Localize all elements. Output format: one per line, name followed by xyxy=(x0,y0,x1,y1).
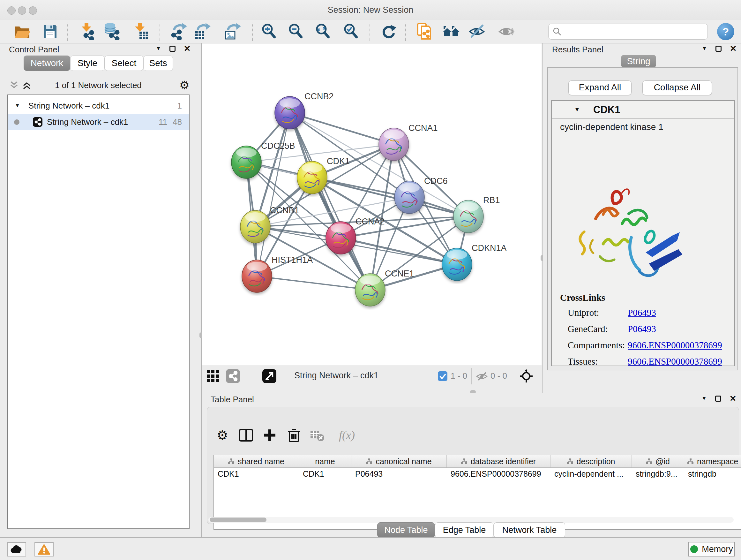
grid-view-icon[interactable] xyxy=(206,370,219,382)
crosslink-value-link[interactable]: P06493 xyxy=(628,307,656,318)
clone-network-icon[interactable] xyxy=(415,22,433,40)
table-horizontal-scrollbar[interactable] xyxy=(208,517,734,523)
node-CDKN1A[interactable]: CDKN1A xyxy=(442,243,507,281)
mapped-column-icon xyxy=(567,458,574,464)
tab-network[interactable]: Network xyxy=(23,56,70,71)
tab-node-table[interactable]: Node Table xyxy=(377,522,435,538)
node-CCNE1[interactable]: CCNE1 xyxy=(355,269,414,306)
control-panel-close-icon[interactable]: ✕ xyxy=(184,45,191,52)
node-CDC6[interactable]: CDC6 xyxy=(394,176,448,213)
cell-database-identifier[interactable]: 9606.ENSP00000378699 xyxy=(447,468,550,480)
delete-table-icon[interactable] xyxy=(309,427,325,443)
zoom-selected-icon[interactable] xyxy=(342,22,360,40)
first-neighbors-icon[interactable] xyxy=(442,22,460,40)
control-panel-title: Control Panel xyxy=(9,45,59,55)
column-header-canonical-name[interactable]: canonical name xyxy=(351,455,447,468)
edge-CCNA2-CDKN1A[interactable] xyxy=(341,238,457,264)
control-panel-float-icon[interactable] xyxy=(170,46,176,52)
node-CCNA1[interactable]: CCNA1 xyxy=(379,123,438,161)
node-CCNB1[interactable]: CCNB1 xyxy=(240,206,299,243)
control-panel: Control Panel ▼ ✕ NetworkStyleSelectSets… xyxy=(0,44,201,537)
export-network-icon[interactable] xyxy=(170,22,188,40)
import-table-icon[interactable] xyxy=(131,22,149,40)
import-network-from-database-icon[interactable] xyxy=(103,22,120,40)
table-panel-float-icon[interactable] xyxy=(715,395,721,401)
cell-shared-name[interactable]: CDK1 xyxy=(214,468,299,480)
edge-CCNB2-HIST1H1A[interactable] xyxy=(257,113,290,276)
node-HIST1H1A[interactable]: HIST1H1A xyxy=(242,255,313,293)
show-columns-icon[interactable] xyxy=(238,427,254,443)
export-table-icon[interactable] xyxy=(193,22,211,40)
table-options-gear-icon[interactable]: ⚙ xyxy=(214,427,231,443)
control-panel-collapse-icon[interactable]: ▼ xyxy=(156,45,161,52)
gene-header[interactable]: ▼ CDK1 xyxy=(552,101,734,119)
cell-namespace[interactable]: stringdb xyxy=(684,468,741,480)
hide-selected-icon[interactable] xyxy=(468,22,486,40)
gene-expand-icon[interactable]: ▼ xyxy=(574,106,580,113)
help-icon[interactable]: ? xyxy=(717,23,734,40)
node-RB1[interactable]: RB1 xyxy=(454,195,500,233)
zoom-in-icon[interactable] xyxy=(260,22,278,40)
crosslink-value-link[interactable]: P06493 xyxy=(628,324,656,334)
table-panel-collapse-icon[interactable]: ▼ xyxy=(701,395,707,401)
memory-button[interactable]: Memory xyxy=(688,542,735,557)
results-panel-close-icon[interactable]: ✕ xyxy=(730,45,737,52)
selected-checkbox-icon[interactable] xyxy=(438,371,448,381)
cell-canonical-name[interactable]: P06493 xyxy=(351,468,447,480)
search-input[interactable] xyxy=(564,26,708,37)
table-row[interactable]: CDK1CDK1P064939606.ENSP00000378699cyclin… xyxy=(214,468,741,480)
panel-divider[interactable] xyxy=(542,44,543,393)
delete-column-icon[interactable] xyxy=(286,427,302,443)
column-header-database-identifier[interactable]: database identifier xyxy=(447,455,550,468)
tab-edge-table[interactable]: Edge Table xyxy=(435,522,494,538)
column-header-name[interactable]: name xyxy=(299,455,351,468)
table-panel-close-icon[interactable]: ✕ xyxy=(730,395,737,401)
collapse-all-button[interactable]: Collapse All xyxy=(643,80,712,95)
fit-content-crosshair-icon[interactable] xyxy=(519,369,533,383)
tab-select[interactable]: Select xyxy=(105,56,143,71)
crosslink-value-link[interactable]: 9606.ENSP00000378699 xyxy=(628,356,722,366)
detach-view-icon[interactable] xyxy=(262,369,276,383)
tab-network-table[interactable]: Network Table xyxy=(494,522,565,538)
column-header-namespace[interactable]: namespace xyxy=(684,455,741,468)
open-session-icon[interactable] xyxy=(13,22,31,40)
zoom-out-icon[interactable] xyxy=(286,22,305,40)
memory-label: Memory xyxy=(702,544,733,554)
cell-name[interactable]: CDK1 xyxy=(299,468,351,480)
network-options-gear-icon[interactable]: ⚙ xyxy=(179,78,190,92)
results-panel-collapse-icon[interactable]: ▼ xyxy=(702,45,707,52)
network-row[interactable]: String Network – cdk1 11 48 xyxy=(8,114,189,130)
column-header--id[interactable]: @id xyxy=(632,455,684,468)
results-panel-float-icon[interactable] xyxy=(716,46,722,52)
show-all-icon[interactable] xyxy=(497,22,515,40)
cell--id[interactable]: stringdb:9... xyxy=(632,468,684,480)
function-builder-icon[interactable]: f(x) xyxy=(333,427,361,443)
edge-HIST1H1A-CCNE1[interactable] xyxy=(257,276,370,290)
collection-expand-icon[interactable]: ▼ xyxy=(15,103,20,109)
refresh-icon[interactable] xyxy=(380,22,398,40)
network-view-icon[interactable] xyxy=(226,369,240,383)
network-collection-row[interactable]: ▼ String Network – cdk1 1 xyxy=(8,98,189,113)
search-field[interactable] xyxy=(548,23,708,40)
import-network-icon[interactable] xyxy=(77,22,95,40)
network-canvas[interactable]: CCNB2CCNA1CDC25BCDK1CDC6RB1CCNB1CCNA2CDK… xyxy=(202,44,542,366)
save-session-icon[interactable] xyxy=(41,22,59,40)
expand-all-button[interactable]: Expand All xyxy=(568,80,631,95)
export-image-icon[interactable] xyxy=(224,22,242,40)
scrollbar-thumb[interactable] xyxy=(210,517,266,522)
cloud-status-button[interactable] xyxy=(7,542,26,557)
warning-status-button[interactable] xyxy=(35,542,54,557)
cell-description[interactable]: cyclin-dependent ... xyxy=(550,468,632,480)
toolbar-separator xyxy=(252,22,253,41)
tab-sets[interactable]: Sets xyxy=(143,56,173,71)
zoom-fit-icon[interactable] xyxy=(314,22,332,40)
mapped-column-icon xyxy=(461,458,468,464)
mapped-column-icon xyxy=(687,458,694,464)
edge-CCNB2-CCNA1[interactable] xyxy=(290,113,394,144)
crosslink-value-link[interactable]: 9606.ENSP00000378699 xyxy=(628,340,722,351)
add-column-icon[interactable] xyxy=(261,427,278,443)
tab-style[interactable]: Style xyxy=(70,56,105,71)
tab-string[interactable]: String xyxy=(621,55,656,68)
column-header-description[interactable]: description xyxy=(550,455,632,468)
column-header-shared-name[interactable]: shared name xyxy=(214,455,299,468)
